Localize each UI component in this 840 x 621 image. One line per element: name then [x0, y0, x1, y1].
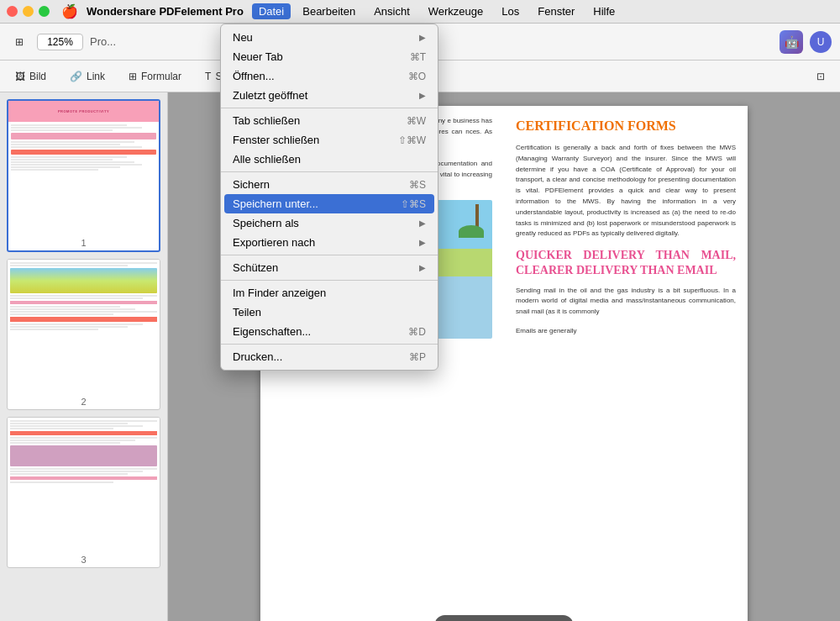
user-avatar[interactable]: U: [810, 31, 832, 53]
menu-item-exportieren[interactable]: Exportieren nach ▶: [221, 233, 438, 252]
image-icon: 🖼: [15, 71, 25, 82]
page-thumb-2[interactable]: 2: [7, 259, 160, 410]
minimize-button[interactable]: [23, 6, 34, 17]
thumb-inner-3: [8, 418, 160, 552]
menu-item-fenster-close[interactable]: Fenster schließen ⇧⌘W: [221, 130, 438, 150]
menu-fenster[interactable]: Fenster: [531, 3, 581, 19]
menu-bar: 🍎 Wondershare PDFelement Pro Datei Bearb…: [0, 0, 840, 24]
menu-item-speichern-unter[interactable]: Speichern unter... ⇧⌘S: [224, 194, 434, 213]
menu-item-zuletzt[interactable]: Zuletzt geöffnet ▶: [221, 92, 438, 105]
sidebar-toggle-button[interactable]: ⊞: [8, 33, 30, 51]
page-num-2: 2: [8, 394, 160, 409]
menu-bearbeiten[interactable]: Bearbeiten: [296, 3, 362, 19]
thumb-inner-2: [8, 260, 160, 394]
sidebar-panel-toggle[interactable]: ⊡: [811, 68, 830, 85]
speichern-als-arrow: ▶: [419, 218, 426, 228]
page-sidebar: PROMOTE PRODUCTIVITY: [0, 92, 168, 621]
thumb-inner-1: PROMOTE PRODUCTIVITY: [8, 101, 159, 235]
zuletzt-arrow: ▶: [419, 92, 426, 100]
page-nav-bar: + − ↑ ↓ 1 / 3 ↑ ↓ ✕: [434, 615, 573, 621]
cert-heading: CERTIFICATION FORMS: [516, 116, 736, 136]
menu-hilfe[interactable]: Hilfe: [586, 3, 622, 19]
menu-item-teilen[interactable]: Teilen: [221, 303, 438, 322]
menu-item-finder[interactable]: Im Finder anzeigen: [221, 283, 438, 303]
apple-icon[interactable]: 🍎: [61, 3, 78, 19]
menu-item-eigenschaften[interactable]: Eigenschaften... ⌘D: [221, 322, 438, 341]
separator-5: [221, 344, 438, 345]
drucken-shortcut: ⌘P: [409, 351, 426, 363]
menu-item-schuetzen[interactable]: Schützen ▶: [221, 258, 438, 277]
datei-dropdown-menu: Neu ▶ Neuer Tab ⌘T Öffnen... ⌘O Zuletzt …: [220, 92, 438, 371]
separator-4: [221, 280, 438, 281]
menu-item-drucken[interactable]: Drucken... ⌘P: [221, 347, 438, 366]
menu-item-speichern-als[interactable]: Speichern als ▶: [221, 213, 438, 233]
menu-item-alle-close[interactable]: Alle schließen: [221, 150, 438, 169]
panel-icon: ⊡: [816, 71, 825, 82]
schuetzen-arrow: ▶: [419, 263, 426, 272]
tab-close-shortcut: ⌘W: [407, 115, 426, 127]
page-thumb-1[interactable]: PROMOTE PRODUCTIVITY: [7, 99, 160, 252]
sidebar-icon: ⊞: [15, 36, 24, 48]
separator-3: [221, 255, 438, 255]
menu-ansicht[interactable]: Ansicht: [367, 3, 417, 19]
close-button[interactable]: [7, 6, 18, 17]
traffic-lights: [7, 6, 50, 17]
content-area: e of the more orld. Primarily, a tremend…: [168, 92, 840, 621]
menu-item-tab-close[interactable]: Tab schließen ⌘W: [221, 111, 438, 130]
menu-werkzeuge[interactable]: Werkzeuge: [422, 3, 491, 19]
bild-button[interactable]: 🖼 Bild: [10, 68, 51, 85]
menu-los[interactable]: Los: [495, 3, 526, 19]
redact-icon: T: [205, 71, 211, 82]
main-layout: PROMOTE PRODUCTIVITY: [0, 92, 840, 621]
page-num-1: 1: [8, 235, 159, 250]
link-icon: 🔗: [70, 71, 82, 82]
form-icon: ⊞: [129, 71, 137, 82]
speichern-unter-shortcut: ⇧⌘S: [401, 198, 426, 210]
page-num-3: 3: [8, 552, 160, 567]
quicker-text2: Emails are generally: [516, 326, 736, 337]
pdf-right-column: CERTIFICATION FORMS Certification is gen…: [504, 106, 748, 357]
zoom-display[interactable]: 125%: [37, 34, 83, 50]
menu-datei[interactable]: Datei: [252, 3, 291, 19]
eigenschaften-shortcut: ⌘D: [408, 326, 426, 338]
maximize-button[interactable]: [39, 6, 50, 17]
link-button[interactable]: 🔗 Link: [65, 68, 110, 85]
formular-button[interactable]: ⊞ Formular: [123, 68, 186, 85]
app-name[interactable]: Wondershare PDFelement Pro: [87, 5, 244, 18]
fenster-close-shortcut: ⇧⌘W: [398, 134, 426, 146]
exportieren-arrow: ▶: [419, 238, 426, 247]
ai-button[interactable]: 🤖: [780, 30, 803, 54]
document-title: Pro...: [90, 35, 116, 48]
quicker-text: Sending mail in the oil and the gas indu…: [516, 286, 736, 318]
separator-2: [221, 171, 438, 172]
quicker-heading: QUICKER DELIVERY THAN MAIL, CLEARER DELI…: [516, 248, 736, 278]
menu-item-sichern[interactable]: Sichern ⌘S: [221, 175, 438, 194]
separator-1: [221, 108, 438, 108]
sichern-shortcut: ⌘S: [409, 179, 426, 191]
page-thumb-3[interactable]: 3: [7, 417, 160, 568]
cert-text: Certification is generally a back and fo…: [516, 143, 736, 239]
ai-icon: 🤖: [785, 35, 799, 49]
